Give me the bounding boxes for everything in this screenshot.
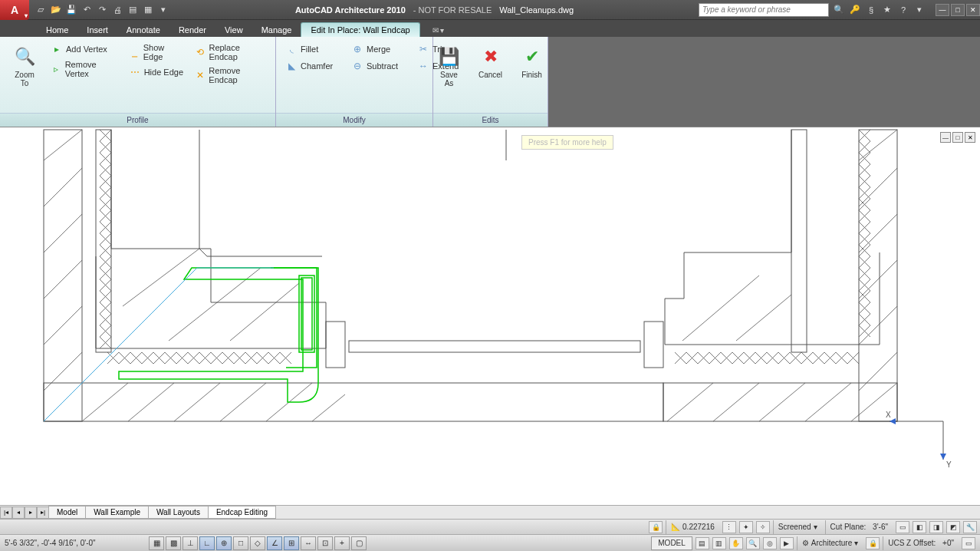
fillet-icon: ◟ <box>285 43 298 55</box>
layout-tab-endcap-editing[interactable]: Endcap Editing <box>208 506 276 519</box>
finish-button[interactable]: ✔ Finish <box>514 41 551 82</box>
ucs-label: UCS Z Offset: <box>888 539 936 547</box>
tab-mail-icon[interactable]: ✉ ▾ <box>426 24 451 37</box>
app-menu-button[interactable]: A <box>0 0 29 20</box>
layout-next-button[interactable]: ▸ <box>25 506 37 519</box>
scale-list-icon[interactable]: ⋮ <box>722 521 736 533</box>
search-input[interactable] <box>699 3 829 17</box>
snap-btn-6[interactable]: □ <box>233 536 248 550</box>
subscription-icon[interactable]: § <box>864 3 878 17</box>
lock-icon[interactable]: 🔒 <box>649 521 663 533</box>
zoom-status-icon[interactable]: 🔍 <box>746 537 760 549</box>
snap-btn-1[interactable]: ▦ <box>149 536 164 550</box>
zoom-to-label: Zoom To <box>11 71 38 87</box>
snap-btn-7[interactable]: ◇ <box>250 536 265 550</box>
cut-plane-display[interactable]: Cut Plane: 3'-6" <box>825 520 893 534</box>
nav-icon[interactable]: ✦ <box>739 521 753 533</box>
add-vertex-button[interactable]: ▸Add Vertex <box>48 41 121 57</box>
quickview-layouts-icon[interactable]: ▤ <box>696 537 709 549</box>
key-icon[interactable]: 🔑 <box>848 3 862 17</box>
steering-wheel-icon[interactable]: ◎ <box>763 537 777 549</box>
elev-icon[interactable]: ▭ <box>896 521 909 533</box>
tab-home[interactable]: Home <box>37 23 77 37</box>
tab-view[interactable]: View <box>215 23 252 37</box>
coordinates-display[interactable]: 5'-6 3/32", -0'-4 9/16", 0'-0" <box>5 539 143 547</box>
print-icon[interactable]: 🖨 <box>110 3 124 17</box>
zoom-icon: 🔍 <box>12 45 37 69</box>
nav2-icon[interactable]: ✧ <box>756 521 770 533</box>
merge-button[interactable]: ⊕Merge <box>348 41 409 57</box>
new-icon[interactable]: ▱ <box>34 3 48 17</box>
close-button[interactable]: ✕ <box>966 4 980 16</box>
clean-screen-icon[interactable]: ▭ <box>962 537 975 549</box>
layout-tab-model[interactable]: Model <box>48 506 86 519</box>
vp-close-button[interactable]: ✕ <box>965 132 975 143</box>
scale-display[interactable]: 📐 0.227216 <box>666 520 719 534</box>
minimize-button[interactable]: — <box>936 4 949 16</box>
snap-btn-12[interactable]: + <box>334 536 350 550</box>
snap-btn-10[interactable]: ↔ <box>301 536 316 550</box>
svg-line-157 <box>859 168 897 206</box>
help-icon[interactable]: ? <box>896 3 910 17</box>
snap-btn-13[interactable]: ▢ <box>351 536 367 550</box>
cancel-button[interactable]: ✖ Cancel <box>472 41 509 82</box>
ucs-value: +0" <box>942 539 954 547</box>
remove-vertex-button[interactable]: ▹Remove Vertex <box>48 58 121 80</box>
layout-tab-wall-layouts[interactable]: Wall Layouts <box>148 506 209 519</box>
surf-icon[interactable]: ◨ <box>929 521 943 533</box>
repl-icon[interactable]: ◧ <box>913 521 926 533</box>
visual-style-dropdown[interactable]: Screened ▾ <box>773 520 822 534</box>
redo-icon[interactable]: ↷ <box>95 3 109 17</box>
show-edge-button[interactable]: ⎯Show Edge <box>126 41 187 63</box>
toolbar-lock-icon[interactable]: 🔒 <box>866 537 880 549</box>
tool-icon[interactable]: 🔧 <box>963 521 977 533</box>
quickview-drawings-icon[interactable]: ▥ <box>712 537 726 549</box>
chamfer-button[interactable]: ◣Chamfer <box>282 58 344 74</box>
subtract-button[interactable]: ⊖Subtract <box>348 58 409 74</box>
remove-endcap-button[interactable]: ✕Remove Endcap <box>192 64 269 86</box>
binoculars-icon[interactable]: 🔍 <box>832 3 846 17</box>
snap-btn-11[interactable]: ⊡ <box>317 536 333 550</box>
replace-endcap-button[interactable]: ⟲Replace Endcap <box>192 41 269 63</box>
help-dropdown-icon[interactable]: ▾ <box>913 3 926 17</box>
qat-dropdown-icon[interactable]: ▾ <box>156 3 170 17</box>
vp-maximize-button[interactable]: □ <box>952 132 963 143</box>
svg-rect-5 <box>663 383 897 421</box>
drawing-canvas[interactable]: X Y Press F1 for more help — □ ✕ <box>0 127 980 505</box>
pan-icon[interactable]: ✋ <box>729 537 743 549</box>
tab-manage[interactable]: Manage <box>252 23 301 37</box>
tab-edit-in-place[interactable]: Edit In Place: Wall Endcap <box>301 22 419 37</box>
snap-btn-9[interactable]: ⊞ <box>284 536 299 550</box>
subtract-icon: ⊖ <box>351 60 363 72</box>
maximize-button[interactable]: □ <box>951 4 965 16</box>
layout-first-button[interactable]: |◂ <box>0 506 12 519</box>
zoom-to-button[interactable]: 🔍 Zoom To <box>6 41 43 91</box>
snap-btn-2[interactable]: ▩ <box>166 536 181 550</box>
model-space-button[interactable]: MODEL <box>651 536 692 550</box>
iso-icon[interactable]: ◩ <box>946 521 960 533</box>
fillet-button[interactable]: ◟Fillet <box>282 41 344 57</box>
tab-insert[interactable]: Insert <box>77 23 117 37</box>
show-edge-label: Show Edge <box>143 43 184 61</box>
snap-btn-8[interactable]: ∠ <box>267 536 282 550</box>
layout-tab-wall-example[interactable]: Wall Example <box>85 506 149 519</box>
layout-prev-button[interactable]: ◂ <box>12 506 25 519</box>
vp-minimize-button[interactable]: — <box>940 132 951 143</box>
props-icon[interactable]: ▦ <box>141 3 155 17</box>
ucs-offset-display[interactable]: UCS Z Offset: +0" <box>883 536 959 550</box>
tab-annotate[interactable]: Annotate <box>117 23 169 37</box>
hide-edge-button[interactable]: ⋯Hide Edge <box>126 64 187 80</box>
save-as-button[interactable]: 💾 Save As <box>431 41 468 91</box>
snap-btn-5[interactable]: ⊕ <box>216 536 232 550</box>
sheet-icon[interactable]: ▤ <box>126 3 140 17</box>
open-icon[interactable]: 📂 <box>49 3 63 17</box>
showmotion-icon[interactable]: ▶ <box>780 537 794 549</box>
save-icon[interactable]: 💾 <box>64 3 78 17</box>
workspace-dropdown[interactable]: ⚙ Architecture ▾ <box>797 536 863 550</box>
snap-btn-4[interactable]: ∟ <box>199 536 215 550</box>
favorites-icon[interactable]: ★ <box>880 3 894 17</box>
snap-btn-3[interactable]: ⊥ <box>183 536 198 550</box>
tab-render[interactable]: Render <box>169 23 215 37</box>
undo-icon[interactable]: ↶ <box>80 3 94 17</box>
layout-last-button[interactable]: ▸| <box>37 506 49 519</box>
